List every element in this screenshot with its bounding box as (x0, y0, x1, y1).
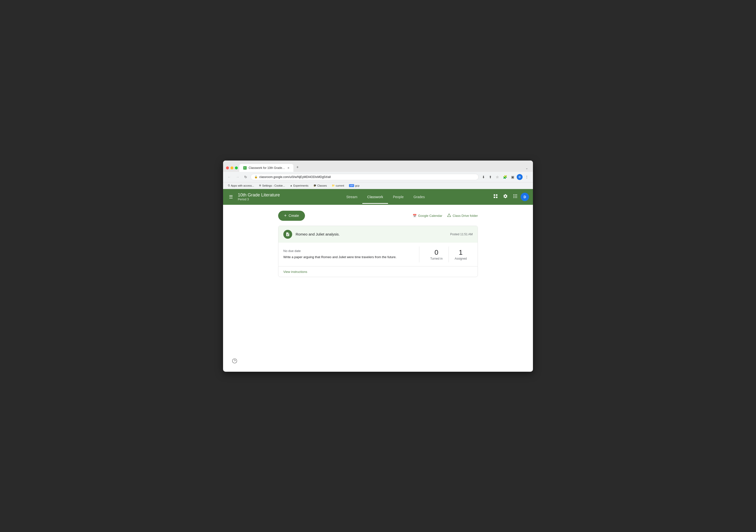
profile-avatar[interactable]: D (521, 193, 529, 201)
main-nav: Stream Classwork People Grades (283, 190, 488, 204)
display-icon (493, 194, 498, 199)
svg-rect-3 (496, 197, 498, 198)
tab-title: Classwork for 10th Grade Liter… (249, 166, 285, 170)
address-bar: ← → ↻ 🔒 classroom.google.com/u/0/w/NjEyM… (223, 172, 533, 182)
extensions-icon-button[interactable]: 🧩 (501, 174, 509, 180)
create-button-label: Create (289, 214, 299, 218)
assignment-description: Write a paper arguing that Romeo and Jul… (283, 255, 414, 260)
drive-icon (447, 213, 451, 218)
api-icon: API (349, 184, 354, 187)
class-drive-folder-label: Class Drive folder (452, 214, 478, 218)
reload-button[interactable]: ↻ (243, 174, 249, 180)
bookmark-classes-label: Classes (317, 184, 327, 187)
assignment-type-icon (283, 230, 292, 239)
tab-list-chevron[interactable]: ⌄ (524, 165, 530, 172)
gear-icon (503, 194, 508, 199)
tab-close-button[interactable]: × (287, 166, 289, 170)
svg-point-4 (514, 195, 514, 195)
assignment-posted-time: Posted 11:51 AM (450, 232, 473, 236)
turned-in-stat[interactable]: 0 Turned in (424, 247, 448, 262)
browser-menu-button[interactable]: ⋮ (524, 174, 530, 180)
assigned-label: Assigned (455, 257, 467, 260)
assigned-count: 1 (459, 249, 463, 256)
assignment-stats: 0 Turned in 1 Assigned (419, 247, 473, 262)
class-period: Period 3 (238, 198, 280, 201)
share-icon-button[interactable]: ⬆ (487, 174, 493, 180)
assignment-header: Romeo and Juliet analysis. Posted 11:51 … (279, 226, 477, 243)
forward-button[interactable]: → (234, 174, 241, 180)
tab-stream[interactable]: Stream (341, 190, 362, 204)
create-plus-icon: + (284, 213, 287, 218)
toolbar-icons: ⬇ ⬆ ☆ 🧩 ▣ D ⋮ (480, 174, 530, 180)
assignment-footer: View instructions (279, 266, 477, 277)
settings-button[interactable] (501, 192, 510, 202)
tab-grades[interactable]: Grades (409, 190, 430, 204)
class-drive-folder-link[interactable]: Class Drive folder (447, 213, 478, 218)
due-date: No due date (283, 249, 414, 253)
svg-point-10 (514, 197, 514, 198)
svg-point-9 (516, 196, 517, 197)
assignment-body: No due date Write a paper arguing that R… (279, 243, 477, 266)
svg-point-7 (514, 196, 514, 197)
folder-icon: 📁 (332, 184, 335, 187)
svg-rect-0 (494, 195, 495, 196)
bookmark-apps[interactable]: G Apps with access... (226, 183, 256, 188)
svg-point-14 (232, 359, 237, 363)
tab-people[interactable]: People (388, 190, 409, 204)
svg-point-5 (515, 195, 516, 195)
tab-favicon: C (243, 166, 247, 170)
bookmark-gcp[interactable]: API gcp (347, 183, 361, 188)
apps-button[interactable] (511, 192, 520, 202)
help-button[interactable] (232, 358, 237, 365)
bookmark-gcp-label: gcp (355, 184, 360, 187)
grid-icon (513, 194, 518, 199)
calendar-icon: 📅 (413, 214, 417, 218)
bookmark-experiments[interactable]: ▲ Experiments (288, 183, 310, 188)
fullscreen-window-button[interactable] (235, 167, 238, 170)
google-icon: G (228, 184, 230, 187)
sidebar-icon-button[interactable]: ▣ (510, 174, 516, 180)
assignment-description-section: No due date Write a paper arguing that R… (283, 249, 414, 260)
classes-icon: 🎓 (313, 184, 316, 187)
svg-point-12 (516, 197, 517, 198)
assignment-title[interactable]: Romeo and Juliet analysis. (296, 232, 447, 236)
minimize-window-button[interactable] (230, 167, 233, 170)
bookmark-apps-label: Apps with access... (231, 184, 254, 187)
tab-bar: C Classwork for 10th Grade Liter… × + ⌄ (239, 163, 530, 172)
bookmark-settings[interactable]: ⚙ Settings - Cookie... (257, 183, 287, 188)
display-options-button[interactable] (491, 192, 500, 202)
view-instructions-link[interactable]: View instructions (283, 270, 307, 274)
top-actions-row: + Create 📅 Google Calendar Cl (278, 211, 478, 221)
tab-classwork[interactable]: Classwork (362, 190, 388, 204)
star-icon-button[interactable]: ☆ (494, 174, 500, 180)
app-header: ☰ 10th Grade Literature Period 3 Stream … (223, 189, 533, 205)
assigned-stat[interactable]: 1 Assigned (449, 247, 473, 262)
top-links: 📅 Google Calendar Class Drive folder (413, 213, 478, 218)
svg-point-8 (515, 196, 516, 197)
browser-profile-button[interactable]: D (517, 174, 523, 180)
url-bar[interactable]: 🔒 classroom.google.com/u/0/w/NjEyMDI4ODI… (251, 174, 478, 180)
lock-icon: 🔒 (254, 175, 258, 178)
active-tab[interactable]: C Classwork for 10th Grade Liter… × (239, 164, 293, 172)
page-content: + Create 📅 Google Calendar Cl (272, 205, 484, 283)
bookmark-classes[interactable]: 🎓 Classes (311, 183, 329, 188)
bookmarks-bar: G Apps with access... ⚙ Settings - Cooki… (223, 182, 533, 189)
svg-point-11 (515, 197, 516, 198)
class-title: 10th Grade Literature (238, 193, 280, 198)
hamburger-menu-button[interactable]: ☰ (227, 192, 235, 201)
help-icon (232, 358, 237, 363)
traffic-lights (226, 167, 238, 172)
bookmark-current[interactable]: 📁 current (330, 183, 346, 188)
google-calendar-label: Google Calendar (418, 214, 442, 218)
download-icon-button[interactable]: ⬇ (480, 174, 486, 180)
close-window-button[interactable] (226, 167, 229, 170)
bookmark-settings-label: Settings - Cookie... (262, 184, 285, 187)
settings-bookmark-icon: ⚙ (259, 184, 261, 187)
svg-point-6 (516, 195, 517, 195)
new-tab-button[interactable]: + (294, 163, 301, 172)
google-calendar-link[interactable]: 📅 Google Calendar (413, 214, 442, 218)
create-button[interactable]: + Create (278, 211, 305, 221)
header-actions: D (491, 192, 529, 202)
title-bar: C Classwork for 10th Grade Liter… × + ⌄ (223, 161, 533, 172)
back-button[interactable]: ← (226, 174, 232, 180)
